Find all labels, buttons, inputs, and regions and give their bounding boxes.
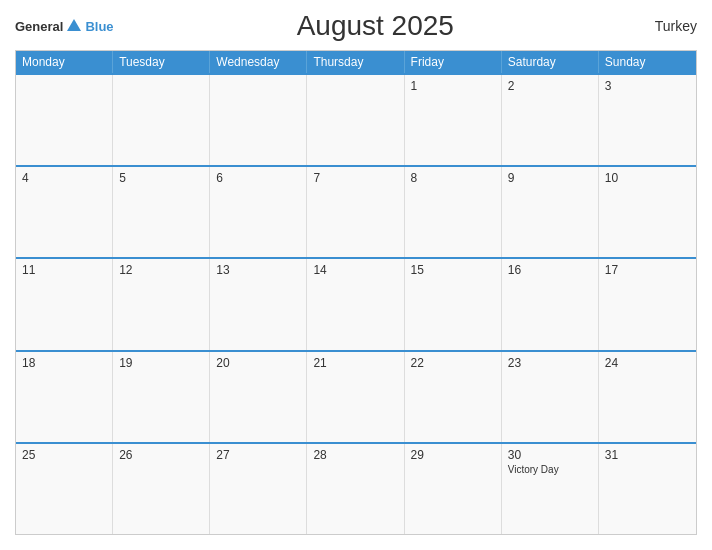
svg-marker-0 [67, 19, 81, 31]
calendar-grid: Monday Tuesday Wednesday Thursday Friday… [15, 50, 697, 535]
day-cell-w5-7: 31 [599, 444, 696, 534]
header-saturday: Saturday [502, 51, 599, 73]
calendar-container: General Blue August 2025 Turkey Monday T… [0, 0, 712, 550]
day-cell-w2-6: 9 [502, 167, 599, 257]
day-cell-w1-2 [113, 75, 210, 165]
day-cell-w5-2: 26 [113, 444, 210, 534]
day-cell-w3-5: 15 [405, 259, 502, 349]
day-cell-w2-3: 6 [210, 167, 307, 257]
day-cell-w3-7: 17 [599, 259, 696, 349]
day-cell-w2-1: 4 [16, 167, 113, 257]
day-cell-w1-6: 2 [502, 75, 599, 165]
header-thursday: Thursday [307, 51, 404, 73]
country-label: Turkey [637, 18, 697, 34]
day-cell-w4-1: 18 [16, 352, 113, 442]
day-cell-w3-1: 11 [16, 259, 113, 349]
day-cell-w5-6: 30 Victory Day [502, 444, 599, 534]
day-cell-w3-2: 12 [113, 259, 210, 349]
day-cell-w2-2: 5 [113, 167, 210, 257]
day-cell-w4-5: 22 [405, 352, 502, 442]
day-cell-w5-5: 29 [405, 444, 502, 534]
day-cell-w1-4 [307, 75, 404, 165]
day-cell-w4-4: 21 [307, 352, 404, 442]
day-cell-w2-7: 10 [599, 167, 696, 257]
day-cell-w1-1 [16, 75, 113, 165]
week-row-3: 11 12 13 14 15 16 17 [16, 257, 696, 349]
header-sunday: Sunday [599, 51, 696, 73]
victory-day-event: Victory Day [508, 464, 592, 475]
header-wednesday: Wednesday [210, 51, 307, 73]
day-cell-w2-4: 7 [307, 167, 404, 257]
day-cell-w1-7: 3 [599, 75, 696, 165]
calendar-title: August 2025 [114, 10, 637, 42]
day-cell-w3-4: 14 [307, 259, 404, 349]
logo-icon [65, 17, 83, 35]
header-friday: Friday [405, 51, 502, 73]
day-cell-w1-5: 1 [405, 75, 502, 165]
day-cell-w1-3 [210, 75, 307, 165]
day-headers-row: Monday Tuesday Wednesday Thursday Friday… [16, 51, 696, 73]
day-cell-w2-5: 8 [405, 167, 502, 257]
calendar-header: General Blue August 2025 Turkey [15, 10, 697, 42]
week-row-2: 4 5 6 7 8 9 10 [16, 165, 696, 257]
header-monday: Monday [16, 51, 113, 73]
weeks-container: 1 2 3 4 5 6 7 8 9 10 11 12 13 14 15 16 [16, 73, 696, 534]
header-tuesday: Tuesday [113, 51, 210, 73]
week-row-5: 25 26 27 28 29 30 Victory Day 31 [16, 442, 696, 534]
week-row-4: 18 19 20 21 22 23 24 [16, 350, 696, 442]
logo: General Blue [15, 17, 114, 35]
day-cell-w5-1: 25 [16, 444, 113, 534]
day-cell-w4-6: 23 [502, 352, 599, 442]
day-cell-w5-3: 27 [210, 444, 307, 534]
logo-blue-text: Blue [85, 19, 113, 34]
week-row-1: 1 2 3 [16, 73, 696, 165]
day-cell-w4-2: 19 [113, 352, 210, 442]
logo-general-text: General [15, 19, 63, 34]
day-cell-w4-3: 20 [210, 352, 307, 442]
day-cell-w3-3: 13 [210, 259, 307, 349]
day-cell-w3-6: 16 [502, 259, 599, 349]
day-cell-w5-4: 28 [307, 444, 404, 534]
day-cell-w4-7: 24 [599, 352, 696, 442]
